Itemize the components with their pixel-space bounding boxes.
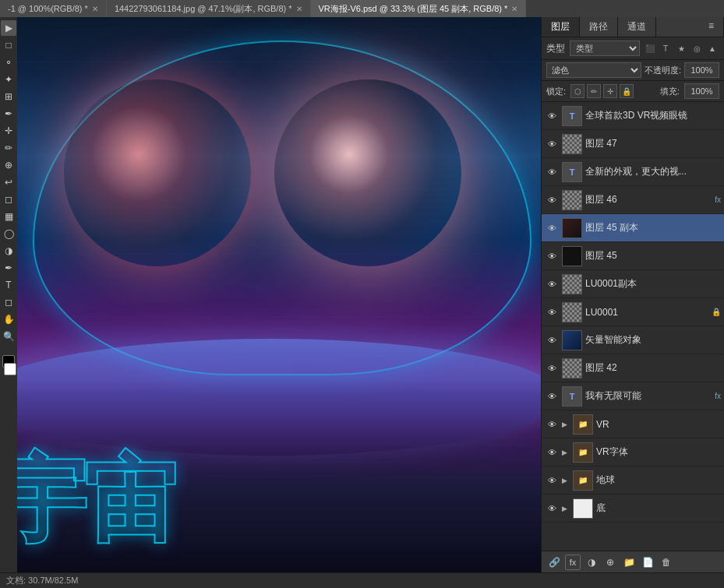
tab-3[interactable]: VR海报-V6.psd @ 33.3% (图层 45 副本, RGB/8) * …	[311, 0, 527, 17]
layer-thumb-11: T	[562, 386, 582, 407]
tab-channels[interactable]: 通道	[618, 17, 656, 37]
layer-item-13[interactable]: 👁 ▶ 📁 VR字体	[542, 438, 724, 467]
group-expand-15[interactable]: ▶	[559, 503, 570, 514]
layer-item-14[interactable]: 👁 ▶ 📁 地球	[542, 467, 724, 495]
layer-visibility-9[interactable]: 👁	[545, 333, 559, 347]
tab-1[interactable]: -1 @ 100%(RGB/8) * ✕	[0, 0, 107, 17]
opacity-input[interactable]	[684, 62, 719, 78]
layer-visibility-8[interactable]: 👁	[545, 305, 559, 319]
layer-item-15[interactable]: 👁 ▶ 底	[542, 495, 724, 523]
layer-item-4[interactable]: 👁 图层 46 fx	[542, 186, 724, 214]
layer-item-3[interactable]: 👁 T 全新的外观，更大的视...	[542, 158, 724, 186]
bottom-icons-left: 🔗 fx ◑ ⊕ 📁 📄 🗑	[546, 555, 674, 570]
pen-tool[interactable]: ✒	[1, 260, 16, 276]
layer-item-1[interactable]: 👁 T 全球首款3D VR视频眼镜	[542, 102, 724, 130]
hand-tool[interactable]: ✋	[1, 312, 16, 327]
eyedropper-tool[interactable]: ✒	[1, 106, 16, 121]
history-brush[interactable]: ↩	[1, 174, 16, 190]
lock-brush-icon[interactable]: ✏	[587, 84, 601, 98]
lock-transparent-icon[interactable]: ⬡	[570, 84, 584, 98]
zoom-tool[interactable]: 🔍	[1, 329, 16, 344]
move-tool[interactable]: ▶	[1, 20, 16, 36]
adjustment-icon[interactable]: ⊕	[602, 555, 618, 570]
stamp-tool[interactable]: ⊕	[1, 157, 16, 173]
heal-tool[interactable]: ✛	[1, 123, 16, 139]
layer-item-6[interactable]: 👁 图层 45	[542, 242, 724, 270]
layer-visibility-11[interactable]: 👁	[545, 389, 559, 403]
layer-visibility-1[interactable]: 👁	[545, 109, 559, 123]
layer-item-11[interactable]: 👁 T 我有无限可能 fx	[542, 382, 724, 410]
layer-visibility-10[interactable]: 👁	[545, 361, 559, 375]
filter-smart-icon[interactable]: ◎	[690, 41, 704, 55]
lock-move-icon[interactable]: ✛	[603, 84, 617, 98]
layer-name-6: 图层 45	[585, 249, 721, 262]
lock-label: 锁定:	[546, 86, 566, 97]
group-icon[interactable]: 📁	[621, 555, 637, 570]
group-expand-13[interactable]: ▶	[559, 447, 570, 458]
blur-tool[interactable]: ◯	[1, 226, 16, 241]
layer-item-5[interactable]: 👁 图层 45 副本	[542, 214, 724, 242]
layer-fx-4: fx	[715, 195, 721, 204]
filter-select[interactable]: 类型 名称 效果 模式 属性 颜色	[570, 40, 640, 56]
lock-fill-row: 锁定: ⬡ ✏ ✛ 🔒 填充:	[542, 81, 724, 102]
filter-type-icon[interactable]: T	[659, 41, 673, 55]
layer-visibility-15[interactable]: 👁	[545, 502, 559, 516]
tab-paths[interactable]: 路径	[580, 17, 618, 37]
crop-tool[interactable]: ⊞	[1, 89, 16, 104]
group-expand-12[interactable]: ▶	[559, 419, 570, 430]
background-color[interactable]	[4, 363, 16, 375]
text-tool[interactable]: T	[1, 277, 16, 293]
filter-pixel-icon[interactable]: ⬛	[643, 41, 657, 55]
eraser-tool[interactable]: ◻	[1, 192, 16, 207]
add-style-icon[interactable]: fx	[565, 555, 581, 570]
lasso-tool[interactable]: ⚬	[1, 55, 16, 70]
blend-mode-select[interactable]: 滤色 正常 叠加 正片叠底 溶解	[546, 62, 641, 78]
delete-layer-icon[interactable]: 🗑	[659, 555, 674, 570]
lock-icons: ⬡ ✏ ✛ 🔒	[570, 84, 634, 98]
layer-item-7[interactable]: 👁 LU0001副本	[542, 270, 724, 298]
layers-list: 👁 T 全球首款3D VR视频眼镜 👁 图层 47 👁 T	[542, 102, 724, 551]
layer-visibility-4[interactable]: 👁	[545, 193, 559, 207]
close-tab-2[interactable]: ✕	[296, 5, 302, 13]
gradient-tool[interactable]: ▦	[1, 209, 16, 224]
layer-visibility-2[interactable]: 👁	[545, 137, 559, 151]
brush-tool[interactable]: ✏	[1, 140, 16, 156]
panel-menu-icon[interactable]: ≡	[699, 17, 724, 37]
dodge-tool[interactable]: ◑	[1, 243, 16, 259]
layer-item-8[interactable]: 👁 LU0001 🔒	[542, 298, 724, 326]
layer-item-10[interactable]: 👁 图层 42	[542, 354, 724, 382]
tab-2[interactable]: 14422793061184.jpg @ 47.1%(副本, RGB/8) * …	[107, 0, 311, 17]
link-layers-icon[interactable]: 🔗	[546, 555, 562, 570]
panel-filter-row: 类型 类型 名称 效果 模式 属性 颜色 ⬛ T ★ ◎ ▲	[542, 37, 724, 60]
layer-thumb-12: 📁	[573, 414, 593, 435]
layer-visibility-13[interactable]: 👁	[545, 445, 559, 459]
layer-item-12[interactable]: 👁 ▶ 📁 VR	[542, 410, 724, 438]
layer-lock-8: 🔒	[712, 308, 721, 316]
layer-visibility-3[interactable]: 👁	[545, 165, 559, 179]
layer-visibility-12[interactable]: 👁	[545, 417, 559, 431]
group-expand-14[interactable]: ▶	[559, 475, 570, 486]
magic-wand-tool[interactable]: ✦	[1, 72, 16, 87]
close-tab-3[interactable]: ✕	[511, 5, 517, 13]
layer-item-2[interactable]: 👁 图层 47	[542, 130, 724, 158]
layer-thumb-5	[562, 218, 582, 238]
layer-name-13: VR字体	[596, 445, 721, 459]
fill-input[interactable]	[684, 83, 719, 99]
layer-thumb-3: T	[562, 162, 582, 182]
layer-visibility-7[interactable]: 👁	[545, 277, 559, 291]
layer-item-9[interactable]: 👁 矢量智能对象	[542, 326, 724, 354]
layer-visibility-14[interactable]: 👁	[545, 474, 559, 488]
tab-layers[interactable]: 图层	[542, 17, 580, 37]
layer-visibility-5[interactable]: 👁	[545, 221, 559, 235]
close-tab-1[interactable]: ✕	[92, 5, 98, 13]
filter-effect-icon[interactable]: ★	[674, 41, 688, 55]
filter-color-icon[interactable]: ▲	[705, 41, 719, 55]
new-layer-icon[interactable]: 📄	[640, 555, 655, 570]
canvas-area[interactable]: 宇宙	[17, 17, 541, 572]
layer-name-4: 图层 46	[585, 193, 712, 206]
lock-all-icon[interactable]: 🔒	[620, 84, 634, 98]
select-tool[interactable]: □	[1, 37, 16, 53]
shape-tool[interactable]: ◻	[1, 294, 16, 310]
mask-icon[interactable]: ◑	[584, 555, 599, 570]
layer-visibility-6[interactable]: 👁	[545, 249, 559, 263]
